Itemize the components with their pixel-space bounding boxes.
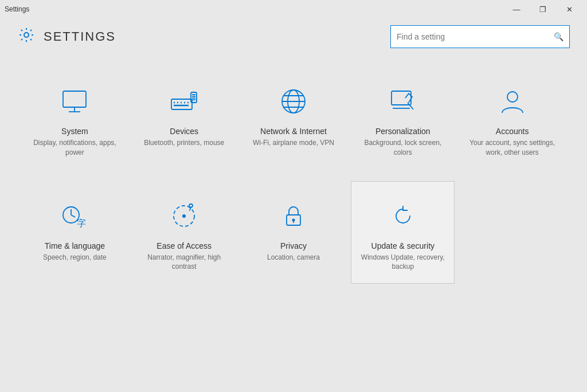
- devices-icon: [167, 84, 201, 119]
- system-desc: Display, notifications, apps, power: [29, 138, 120, 158]
- update-icon: [386, 199, 420, 233]
- time-desc: Speech, region, date: [43, 253, 107, 262]
- settings-row-2: 字 Time & language Speech, region, date E…: [23, 181, 564, 284]
- network-name: Network & Internet: [260, 127, 327, 136]
- update-desc: Windows Update, recovery, backup: [357, 253, 448, 272]
- setting-time[interactable]: 字 Time & language Speech, region, date: [23, 181, 127, 284]
- setting-devices[interactable]: Devices Bluetooth, printers, mouse: [132, 66, 236, 170]
- setting-network[interactable]: Network & Internet Wi-Fi, airplane mode,…: [242, 66, 346, 170]
- empty-slot: [460, 181, 564, 284]
- svg-point-31: [189, 204, 193, 207]
- setting-personalization[interactable]: Personalization Background, lock screen,…: [351, 66, 455, 170]
- settings-row-1: System Display, notifications, apps, pow…: [23, 66, 564, 170]
- svg-point-0: [24, 33, 29, 37]
- search-icon: 🔍: [554, 32, 563, 41]
- time-name: Time & language: [45, 241, 105, 250]
- network-desc: Wi-Fi, airplane mode, VPN: [253, 138, 334, 148]
- app-header: SETTINGS 🔍: [0, 18, 587, 55]
- ease-desc: Narrator, magnifier, high contrast: [139, 253, 230, 272]
- ease-icon: [167, 199, 201, 233]
- privacy-icon: [276, 199, 311, 233]
- system-name: System: [61, 127, 88, 136]
- svg-point-24: [507, 92, 518, 102]
- maximize-button[interactable]: ❐: [530, 0, 556, 18]
- setting-privacy[interactable]: Privacy Location, camera: [242, 181, 346, 284]
- accounts-name: Accounts: [496, 127, 529, 136]
- svg-rect-4: [171, 99, 192, 109]
- ease-name: Ease of Access: [156, 241, 212, 250]
- network-icon: [276, 84, 311, 119]
- search-input[interactable]: [397, 32, 551, 41]
- privacy-name: Privacy: [280, 241, 307, 250]
- close-button[interactable]: ✕: [556, 0, 582, 18]
- settings-gear-icon: [17, 26, 36, 48]
- header-left: SETTINGS: [17, 26, 116, 48]
- setting-update[interactable]: Update & security Windows Update, recove…: [351, 181, 455, 284]
- svg-point-33: [292, 218, 295, 221]
- personalization-icon: [386, 84, 420, 119]
- accounts-desc: Your account, sync settings, work, other…: [467, 138, 558, 158]
- time-icon: 字: [57, 199, 92, 233]
- personalization-name: Personalization: [375, 127, 431, 136]
- devices-name: Devices: [170, 127, 198, 136]
- minimize-button[interactable]: —: [503, 0, 530, 18]
- svg-rect-1: [63, 91, 86, 107]
- setting-accounts[interactable]: Accounts Your account, sync settings, wo…: [460, 66, 564, 170]
- main-content: System Display, notifications, apps, pow…: [0, 55, 587, 392]
- svg-text:字: 字: [77, 218, 86, 228]
- system-icon: [57, 84, 92, 119]
- titlebar-controls: — ❐ ✕: [503, 0, 582, 18]
- setting-system[interactable]: System Display, notifications, apps, pow…: [23, 66, 127, 170]
- privacy-desc: Location, camera: [267, 253, 320, 262]
- setting-ease[interactable]: Ease of Access Narrator, magnifier, high…: [132, 181, 236, 284]
- app-title: SETTINGS: [44, 29, 116, 44]
- svg-line-27: [71, 215, 75, 217]
- personalization-desc: Background, lock screen, colors: [357, 138, 448, 158]
- titlebar: Settings — ❐ ✕: [0, 0, 587, 18]
- devices-desc: Bluetooth, printers, mouse: [144, 138, 224, 148]
- update-name: Update & security: [371, 241, 435, 250]
- titlebar-title: Settings: [5, 5, 29, 13]
- accounts-icon: [495, 84, 530, 119]
- svg-point-30: [182, 214, 186, 218]
- search-box[interactable]: 🔍: [390, 25, 570, 48]
